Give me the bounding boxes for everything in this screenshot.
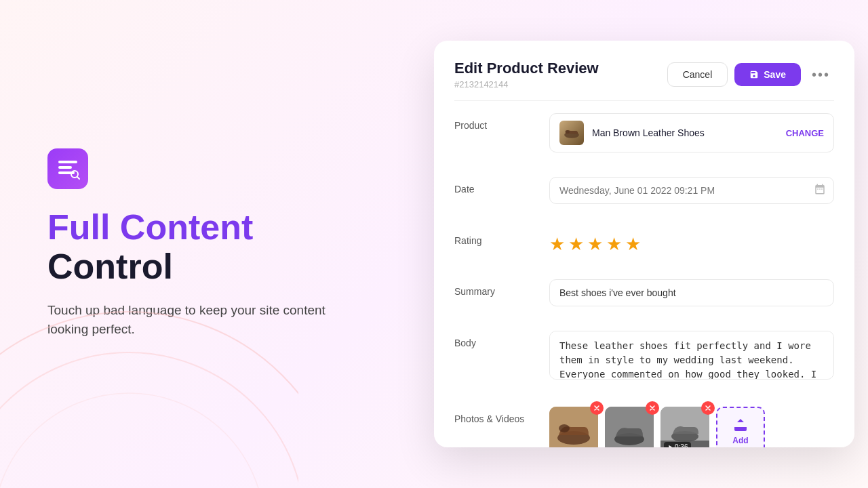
star-rating[interactable]: ★ ★ ★ ★ ★ — [549, 228, 834, 255]
logo-icon — [47, 148, 88, 189]
body-textarea[interactable]: These leather shoes fit perfectly and I … — [549, 331, 834, 380]
save-button[interactable]: Save — [734, 63, 801, 86]
card-header: Edit Product Review #2132142144 Cancel S… — [434, 41, 854, 100]
star-4[interactable]: ★ — [606, 234, 622, 255]
headline-full: Full Content — [47, 207, 253, 247]
date-content — [549, 177, 834, 204]
edit-product-review-card: Edit Product Review #2132142144 Cancel S… — [434, 41, 854, 447]
date-row: Date — [434, 165, 854, 216]
svg-rect-3 — [58, 161, 77, 163]
video-duration: 0:36 — [675, 443, 688, 447]
svg-point-1 — [0, 352, 298, 488]
cancel-button[interactable]: Cancel — [667, 62, 728, 87]
summary-content — [549, 279, 834, 306]
body-row: Body These leather shoes fit perfectly a… — [434, 319, 854, 394]
add-photo-icon — [732, 417, 749, 433]
subtext: Touch up bad language to keep your site … — [47, 301, 359, 340]
photo-3-video: 0:36 — [660, 407, 709, 447]
photos-label: Photos & Videos — [454, 407, 536, 424]
photo-1 — [549, 407, 598, 447]
svg-point-9 — [566, 130, 570, 134]
more-options-button[interactable]: ••• — [808, 64, 834, 85]
product-thumbnail — [559, 121, 584, 145]
star-2[interactable]: ★ — [568, 234, 584, 255]
star-1[interactable]: ★ — [549, 234, 565, 255]
summary-label: Summary — [454, 279, 536, 297]
photos-grid: 0:36 Add — [549, 407, 834, 447]
photos-content: 0:36 Add — [549, 407, 834, 447]
svg-line-7 — [77, 177, 79, 179]
body-label: Body — [454, 331, 536, 348]
star-5[interactable]: ★ — [625, 234, 641, 255]
headline-control: Control — [47, 247, 173, 286]
video-duration-badge: 0:36 — [664, 442, 691, 447]
photo-1-delete[interactable] — [590, 401, 604, 415]
photo-3-delete[interactable] — [701, 401, 715, 415]
date-input-wrap — [549, 177, 834, 204]
svg-rect-4 — [58, 166, 72, 169]
card-actions: Cancel Save ••• — [667, 62, 834, 87]
body-content: These leather shoes fit perfectly and I … — [549, 331, 834, 382]
photos-row: Photos & Videos — [434, 394, 854, 447]
add-photo-label: Add — [732, 436, 748, 445]
photo-2-thumb — [605, 407, 654, 447]
svg-point-12 — [559, 424, 570, 432]
photo-1-thumb — [549, 407, 598, 447]
svg-marker-18 — [669, 445, 672, 447]
save-icon — [749, 70, 759, 79]
product-label: Product — [454, 113, 536, 131]
save-label: Save — [764, 69, 786, 80]
left-panel: Full Content Control Touch up bad langua… — [0, 0, 420, 488]
date-label: Date — [454, 177, 536, 195]
summary-row: Summary — [434, 267, 854, 319]
calendar-icon — [814, 183, 826, 198]
product-row: Product Man Brown Leather Shoes CHANGE — [434, 101, 854, 165]
date-input[interactable] — [549, 177, 834, 204]
add-photo-button[interactable]: Add — [716, 407, 765, 447]
product-change-button[interactable]: CHANGE — [786, 128, 824, 138]
rating-row: Rating ★ ★ ★ ★ ★ — [434, 216, 854, 267]
card-title: Edit Product Review — [454, 60, 599, 77]
product-box-left: Man Brown Leather Shoes — [559, 121, 705, 145]
headline: Full Content Control — [47, 208, 373, 285]
product-box: Man Brown Leather Shoes CHANGE — [549, 113, 834, 152]
product-name: Man Brown Leather Shoes — [592, 127, 705, 138]
rating-content: ★ ★ ★ ★ ★ — [549, 228, 834, 255]
summary-input[interactable] — [549, 279, 834, 306]
photo-2 — [605, 407, 654, 447]
product-content: Man Brown Leather Shoes CHANGE — [549, 113, 834, 152]
photo-2-delete[interactable] — [646, 401, 659, 415]
svg-point-2 — [0, 393, 264, 488]
star-3[interactable]: ★ — [587, 234, 603, 255]
card-title-block: Edit Product Review #2132142144 — [454, 60, 599, 89]
photo-3-thumb: 0:36 — [660, 407, 709, 447]
card-subtitle: #2132142144 — [454, 79, 599, 89]
rating-label: Rating — [454, 228, 536, 246]
